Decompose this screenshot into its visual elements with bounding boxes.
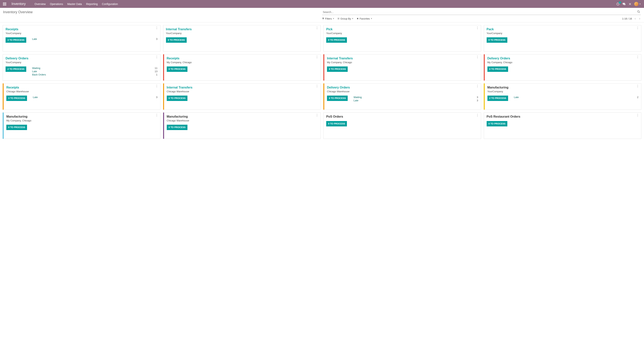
- kanban-card[interactable]: ⋮Internal TransfersYourCompany0 TO PROCE…: [163, 25, 321, 51]
- kanban-card[interactable]: ⋮PoS Orders0 TO PROCESS: [323, 112, 481, 139]
- card-menu-icon[interactable]: ⋮: [476, 56, 479, 58]
- card-title[interactable]: Delivery Orders: [327, 86, 478, 89]
- card-menu-icon[interactable]: ⋮: [636, 27, 639, 29]
- card-title[interactable]: Pack: [487, 27, 639, 31]
- card-menu-icon[interactable]: ⋮: [316, 27, 318, 29]
- card-menu-icon[interactable]: ⋮: [636, 114, 639, 116]
- nav-overview[interactable]: Overview: [32, 1, 48, 7]
- process-button[interactable]: 2 TO PROCESS: [488, 96, 508, 101]
- card-title[interactable]: Receipts: [6, 86, 158, 89]
- nav-operations[interactable]: Operations: [48, 1, 65, 7]
- kanban-card[interactable]: ⋮Delivery OrdersChicago Warehouse0 TO PR…: [323, 83, 481, 110]
- card-title[interactable]: Receipts: [6, 27, 158, 31]
- stat-row[interactable]: Back Orders1: [32, 73, 157, 76]
- filter-group: Filters ▼ Group By ▼ Favorites ▼: [322, 17, 372, 20]
- process-button[interactable]: 0 TO PROCESS: [167, 125, 188, 130]
- kanban-card[interactable]: ⋮ManufacturingChicago Warehouse0 TO PROC…: [163, 112, 321, 139]
- kanban-card[interactable]: ⋮ReceiptsMy Company, Chicago0 TO PROCESS: [163, 54, 321, 81]
- card-title[interactable]: Internal Transfers: [167, 86, 318, 89]
- process-button[interactable]: 0 TO PROCESS: [487, 121, 507, 126]
- process-button[interactable]: 0 TO PROCESS: [167, 66, 188, 72]
- stat-row[interactable]: Late13: [32, 70, 157, 73]
- process-button[interactable]: 0 TO PROCESS: [326, 121, 347, 126]
- nav-master-data[interactable]: Master Data: [65, 1, 84, 7]
- card-body: 2 TO PROCESSWaiting11Late13Back Orders1: [6, 66, 158, 76]
- stat-label: Late: [33, 96, 38, 99]
- card-menu-icon[interactable]: ⋮: [476, 27, 479, 29]
- pager-value[interactable]: 1-16 / 16: [622, 17, 632, 20]
- close-debug-icon[interactable]: [628, 2, 632, 5]
- process-button[interactable]: 3 TO PROCESS: [6, 96, 27, 101]
- kanban-card[interactable]: ⋮PackYourCompany0 TO PROCESS: [484, 25, 642, 51]
- apps-icon[interactable]: [3, 2, 7, 5]
- process-button[interactable]: 0 TO PROCESS: [6, 125, 27, 130]
- stat-row[interactable]: Late3: [32, 37, 157, 41]
- stat-row[interactable]: Late3: [354, 99, 478, 102]
- nav-menu: Overview Operations Master Data Reportin…: [32, 1, 120, 7]
- card-menu-icon[interactable]: ⋮: [155, 85, 158, 87]
- process-button[interactable]: 0 TO PROCESS: [487, 37, 507, 43]
- pager-prev[interactable]: ‹: [634, 17, 636, 20]
- card-menu-icon[interactable]: ⋮: [476, 114, 479, 116]
- nav-reporting[interactable]: Reporting: [84, 1, 100, 7]
- filters-button[interactable]: Filters ▼: [322, 17, 334, 20]
- discuss-icon[interactable]: [622, 2, 626, 6]
- card-title[interactable]: Manufacturing: [167, 115, 318, 118]
- process-button[interactable]: 0 TO PROCESS: [326, 37, 347, 43]
- kanban-card[interactable]: ⋮Internal TransfersChicago Warehouse0 TO…: [163, 83, 321, 110]
- card-menu-icon[interactable]: ⋮: [476, 85, 479, 87]
- kanban-card[interactable]: ⋮ManufacturingMy Company, Chicago0 TO PR…: [3, 112, 160, 139]
- stat-row[interactable]: Late3: [33, 96, 157, 99]
- card-menu-icon[interactable]: ⋮: [316, 85, 318, 87]
- stat-row[interactable]: Waiting11: [32, 66, 157, 70]
- card-title[interactable]: Pick: [326, 27, 478, 31]
- user-menu[interactable]: ▼: [634, 2, 641, 6]
- nav-configuration[interactable]: Configuration: [100, 1, 120, 7]
- card-company: YourCompany: [487, 32, 639, 35]
- stat-count: 1: [154, 73, 158, 76]
- search-input[interactable]: [322, 9, 641, 15]
- card-menu-icon[interactable]: ⋮: [155, 27, 158, 29]
- card-title[interactable]: Receipts: [167, 57, 318, 60]
- kanban-card[interactable]: ⋮Delivery OrdersYourCompany2 TO PROCESSW…: [3, 54, 160, 81]
- card-menu-icon[interactable]: ⋮: [155, 56, 158, 58]
- card-menu-icon[interactable]: ⋮: [316, 114, 318, 116]
- groupby-button[interactable]: Group By ▼: [337, 17, 354, 20]
- card-title[interactable]: Delivery Orders: [488, 57, 639, 60]
- kanban-view: ⋮ReceiptsYourCompany3 TO PROCESSLate3⋮In…: [0, 22, 644, 142]
- process-button[interactable]: 0 TO PROCESS: [488, 66, 508, 72]
- card-menu-icon[interactable]: ⋮: [636, 85, 639, 87]
- card-title[interactable]: Internal Transfers: [327, 57, 478, 60]
- card-title[interactable]: PoS Orders: [326, 115, 478, 118]
- card-menu-icon[interactable]: ⋮: [316, 56, 318, 58]
- card-title[interactable]: PoS Restaurant Orders: [487, 115, 639, 118]
- app-title[interactable]: Inventory: [12, 2, 26, 6]
- kanban-card[interactable]: ⋮ReceiptsChicago Warehouse3 TO PROCESSLa…: [3, 83, 160, 110]
- kanban-card[interactable]: ⋮PoS Restaurant Orders0 TO PROCESS: [484, 112, 642, 139]
- favorites-button[interactable]: Favorites ▼: [356, 17, 372, 20]
- card-title[interactable]: Manufacturing: [488, 86, 639, 89]
- search-icon[interactable]: [637, 10, 640, 14]
- kanban-card[interactable]: ⋮ReceiptsYourCompany3 TO PROCESSLate3: [3, 25, 160, 51]
- process-button[interactable]: 3 TO PROCESS: [6, 37, 26, 43]
- stat-row[interactable]: Waiting3: [354, 96, 478, 99]
- activity-icon[interactable]: 7: [616, 2, 620, 6]
- stat-label: Waiting: [32, 67, 40, 69]
- kanban-card[interactable]: ⋮Delivery OrdersMy Company, Chicago0 TO …: [484, 54, 642, 81]
- process-button[interactable]: 0 TO PROCESS: [166, 37, 187, 43]
- kanban-card[interactable]: ⋮PickYourCompany0 TO PROCESS: [323, 25, 481, 51]
- process-button[interactable]: 0 TO PROCESS: [327, 96, 348, 101]
- kanban-card[interactable]: ⋮ManufacturingYourCompany2 TO PROCESSLat…: [484, 83, 642, 110]
- process-button[interactable]: 0 TO PROCESS: [167, 96, 188, 101]
- card-menu-icon[interactable]: ⋮: [636, 56, 639, 58]
- kanban-card[interactable]: ⋮Internal TransfersMy Company, Chicago0 …: [323, 54, 481, 81]
- card-title[interactable]: Internal Transfers: [166, 27, 318, 31]
- card-company: My Company, Chicago: [167, 61, 318, 64]
- process-button[interactable]: 2 TO PROCESS: [6, 66, 26, 72]
- process-button[interactable]: 0 TO PROCESS: [327, 66, 348, 72]
- card-title[interactable]: Delivery Orders: [6, 57, 158, 60]
- card-title[interactable]: Manufacturing: [6, 115, 158, 118]
- card-menu-icon[interactable]: ⋮: [155, 114, 158, 116]
- pager-next[interactable]: ›: [638, 17, 641, 20]
- stat-row[interactable]: Late2: [514, 96, 638, 99]
